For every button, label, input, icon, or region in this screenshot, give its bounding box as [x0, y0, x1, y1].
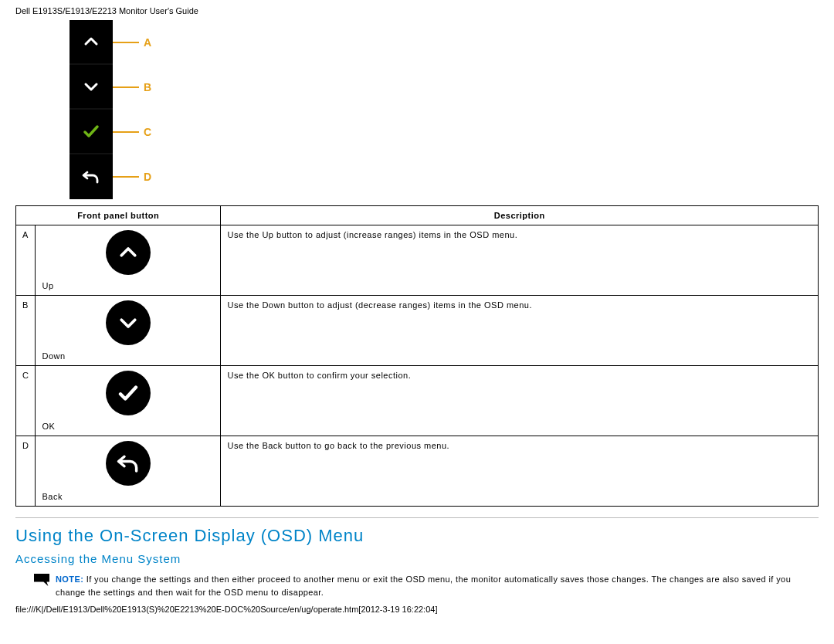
row-icon-label: OK: [42, 422, 214, 431]
table-head-button: Front panel button: [16, 206, 221, 225]
note-text: If you change the settings and then eith…: [56, 575, 791, 597]
note-icon: [34, 574, 49, 586]
footer-path: file:///K|/Dell/E1913/Dell%20E1913(S)%20…: [15, 605, 819, 614]
row-letter: B: [16, 296, 36, 366]
row-icon-label: Back: [42, 492, 214, 501]
strip-check-icon: [70, 110, 113, 154]
table-row: B Down Use the Down button to adjust (de…: [16, 296, 819, 366]
strip-label-c: C: [113, 110, 151, 154]
divider: [15, 517, 819, 518]
row-description: Use the Down button to adjust (decrease …: [221, 296, 819, 366]
strip-label-d: D: [113, 154, 151, 199]
row-description: Use the OK button to confirm your select…: [221, 366, 819, 436]
ok-button-icon: [106, 371, 151, 415]
table-row: A Up Use the Up button to adjust (increa…: [16, 225, 819, 296]
row-icon-cell: Down: [36, 296, 221, 366]
row-icon-label: Up: [42, 281, 214, 290]
strip-back-icon: [70, 154, 113, 199]
up-button-icon: [106, 230, 151, 275]
row-letter: D: [16, 436, 36, 507]
row-description: Use the Up button to adjust (increase ra…: [221, 225, 819, 296]
monitor-button-strip: A B C D: [70, 20, 819, 199]
strip-down-icon: [70, 65, 113, 110]
down-button-icon: [106, 300, 151, 345]
subsection-heading: Accessing the Menu System: [15, 552, 819, 565]
table-head-description: Description: [221, 206, 819, 225]
row-description: Use the Back button to go back to the pr…: [221, 436, 819, 507]
row-letter: C: [16, 366, 36, 436]
page-title: Dell E1913S/E1913/E2213 Monitor User's G…: [15, 6, 819, 15]
row-icon-cell: Back: [36, 436, 221, 507]
row-icon-cell: Up: [36, 225, 221, 296]
back-button-icon: [106, 441, 151, 486]
table-row: D Back Use the Back button to go back to…: [16, 436, 819, 507]
strip-up-icon: [70, 20, 113, 65]
strip-label-a: A: [113, 20, 151, 65]
note-block: NOTE: If you change the settings and the…: [34, 573, 819, 598]
section-heading: Using the On-Screen Display (OSD) Menu: [15, 526, 819, 546]
row-letter: A: [16, 225, 36, 296]
row-icon-label: Down: [42, 351, 214, 361]
strip-label-b: B: [113, 65, 151, 110]
table-row: C OK Use the OK button to confirm your s…: [16, 366, 819, 436]
front-panel-table: Front panel button Description A Up Use …: [15, 205, 819, 507]
note-label: NOTE:: [56, 575, 83, 584]
row-icon-cell: OK: [36, 366, 221, 436]
